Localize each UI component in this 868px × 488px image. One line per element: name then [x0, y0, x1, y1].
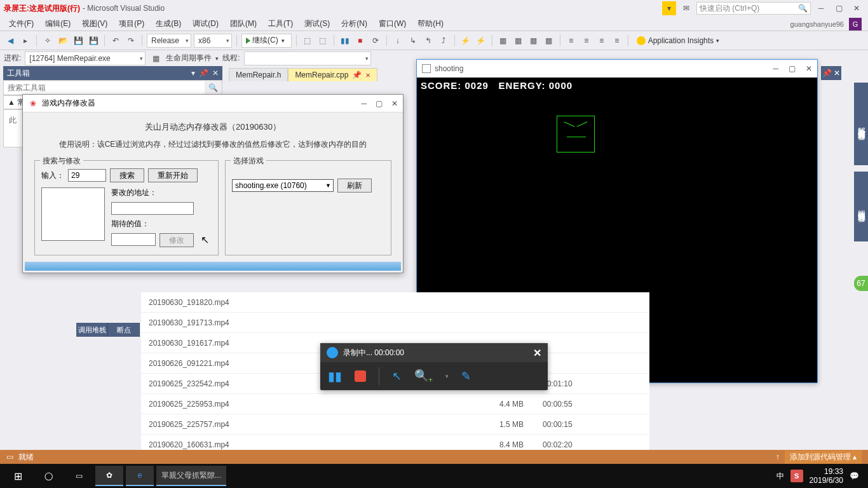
new-icon[interactable]: ✧: [41, 34, 54, 47]
continue-button[interactable]: 继续(C)▾: [241, 34, 292, 48]
toolbox-search[interactable]: 🔍: [3, 80, 222, 95]
close-button[interactable]: ✕: [391, 99, 398, 108]
close-icon[interactable]: ✕: [212, 69, 219, 78]
close-tab-icon[interactable]: ✕: [365, 72, 370, 79]
list-item[interactable]: 20190630_191820.mp4: [141, 292, 649, 313]
quick-launch-input[interactable]: 快速启动 (Ctrl+Q) 🔍: [696, 2, 811, 15]
pin-icon[interactable]: 📌: [199, 69, 208, 78]
step-icon-2[interactable]: ↳: [407, 34, 419, 47]
save-icon[interactable]: 💾: [72, 34, 85, 47]
pen-tool-icon[interactable]: ✎: [461, 369, 471, 383]
minimize-button[interactable]: ─: [773, 64, 778, 73]
tab-memrepair-h[interactable]: MemRepair.h: [229, 68, 288, 81]
tool-icon-a[interactable]: ⚡: [459, 34, 472, 47]
task-edge[interactable]: e: [126, 466, 154, 486]
search-button[interactable]: 搜索: [110, 168, 144, 182]
avatar[interactable]: G: [849, 18, 862, 30]
close-icon[interactable]: ✕: [533, 347, 541, 359]
menu-view[interactable]: 视图(V): [77, 17, 112, 30]
app-insights-button[interactable]: Application Insights▾: [633, 36, 723, 45]
ime-cn[interactable]: 中: [776, 471, 784, 482]
menu-file[interactable]: 文件(F): [4, 17, 39, 30]
value-input[interactable]: [68, 169, 106, 182]
panel-pin-icon[interactable]: 📌 ✕: [821, 66, 841, 80]
cortana-icon[interactable]: ◯: [34, 466, 62, 486]
user-name[interactable]: guangshanyue96: [790, 20, 844, 28]
dbg-icon-1[interactable]: ⬚: [301, 34, 314, 47]
pause-icon[interactable]: ▮▮: [328, 369, 342, 384]
tool-icon-f[interactable]: ▦: [543, 34, 555, 47]
open-icon[interactable]: 📂: [57, 34, 69, 47]
refresh-button[interactable]: 刷新: [337, 179, 372, 193]
tool-icon-j[interactable]: ≡: [611, 34, 623, 47]
minimize-button[interactable]: ─: [361, 99, 367, 108]
platform-combo[interactable]: x86: [194, 34, 232, 48]
tool-icon-g[interactable]: ≡: [565, 34, 578, 47]
config-combo[interactable]: Release: [147, 34, 191, 48]
step-icon-4[interactable]: ⤴: [437, 34, 450, 47]
nav-back-icon[interactable]: ◀: [4, 34, 17, 47]
tool-icon-d[interactable]: ▦: [512, 34, 525, 47]
step-icon-1[interactable]: ↓: [391, 34, 404, 47]
restart-icon[interactable]: ⟳: [369, 34, 382, 47]
list-item[interactable]: 20190625_225757.mp41.5 MB00:00:15: [141, 414, 649, 435]
addr-input[interactable]: [111, 202, 194, 215]
dbg-icon-2[interactable]: ⬚: [316, 34, 329, 47]
thread-combo[interactable]: [244, 51, 371, 65]
tool-icon-i[interactable]: ≡: [595, 34, 608, 47]
result-list[interactable]: [41, 187, 105, 241]
dropdown-icon[interactable]: ▾: [191, 69, 195, 78]
maximize-button[interactable]: ▢: [831, 2, 846, 15]
clock[interactable]: 19:33 2019/6/30: [810, 467, 843, 485]
source-control-button[interactable]: 添加到源代码管理 ▴: [785, 451, 862, 464]
menu-edit[interactable]: 编辑(E): [40, 17, 76, 30]
game-process-combo[interactable]: shooting.exe (10760): [232, 179, 334, 192]
menu-test[interactable]: 测试(S): [299, 17, 335, 30]
expect-input[interactable]: [111, 233, 156, 246]
close-button[interactable]: ✕: [849, 2, 864, 15]
ime-s[interactable]: S: [790, 470, 803, 482]
nav-fwd-icon[interactable]: ▸: [19, 34, 32, 47]
notification-bubble[interactable]: 67: [854, 276, 868, 291]
notifications-icon[interactable]: 💬: [850, 471, 859, 480]
menu-help[interactable]: 帮助(H): [412, 17, 449, 30]
tool-icon-b[interactable]: ⚡: [475, 34, 487, 47]
list-item[interactable]: 20190630_191713.mp4: [141, 313, 649, 333]
feedback-icon[interactable]: ✉: [679, 2, 694, 15]
toolbox-header[interactable]: 工具箱 ▾📌✕: [3, 66, 222, 80]
recorder-bar[interactable]: 录制中... 00:00:00 ✕ ▮▮ ↖ 🔍+ ▾ ✎: [320, 343, 548, 390]
tool-icon-h[interactable]: ≡: [580, 34, 593, 47]
list-item[interactable]: 20190625_225953.mp44.4 MB00:00:55: [141, 394, 649, 414]
menu-tools[interactable]: 工具(T): [263, 17, 298, 30]
stop-icon[interactable]: [355, 370, 366, 382]
menu-debug[interactable]: 调试(D): [187, 17, 224, 30]
tool-icon-c[interactable]: ▦: [497, 34, 510, 47]
taskview-icon[interactable]: ▭: [65, 466, 93, 486]
modify-button[interactable]: 修改: [159, 233, 194, 247]
menu-project[interactable]: 项目(P): [114, 17, 149, 30]
maximize-button[interactable]: ▢: [789, 64, 796, 73]
task-edge-label[interactable]: 單親父母抓緊隙...: [156, 466, 226, 486]
pin-icon[interactable]: 📌: [352, 71, 362, 79]
menu-window[interactable]: 窗口(W): [374, 17, 411, 30]
vtab-solution-explorer[interactable]: 解决方案资源管理器: [854, 83, 868, 165]
close-button[interactable]: ✕: [806, 64, 812, 73]
saveall-icon[interactable]: 💾: [87, 34, 100, 47]
toolbox-search-input[interactable]: [4, 81, 205, 94]
maximize-button[interactable]: ▢: [376, 99, 383, 108]
dialog-titlebar[interactable]: ❀ 游戏内存修改器 ─ ▢ ✕: [23, 95, 403, 112]
pause-icon[interactable]: ▮▮: [339, 34, 351, 47]
tab-breakpoints[interactable]: 断点: [108, 323, 140, 337]
zoom-tool-icon[interactable]: 🔍+: [414, 369, 433, 384]
menu-build[interactable]: 生成(B): [151, 17, 186, 30]
restart-button[interactable]: 重新开始: [148, 168, 198, 182]
task-app-1[interactable]: ✿: [95, 466, 123, 486]
lifecycle-icon[interactable]: ▦: [149, 52, 162, 65]
start-button[interactable]: ⊞: [4, 466, 32, 486]
menu-team[interactable]: 团队(M): [225, 17, 262, 30]
cursor-tool-icon[interactable]: ↖: [392, 369, 402, 383]
tab-memrepair-cpp[interactable]: MemRepair.cpp📌✕: [288, 68, 377, 81]
tool-icon-e[interactable]: ▦: [527, 34, 540, 47]
stop-icon[interactable]: ■: [354, 34, 367, 47]
tab-callstack[interactable]: 调用堆栈: [76, 323, 108, 337]
